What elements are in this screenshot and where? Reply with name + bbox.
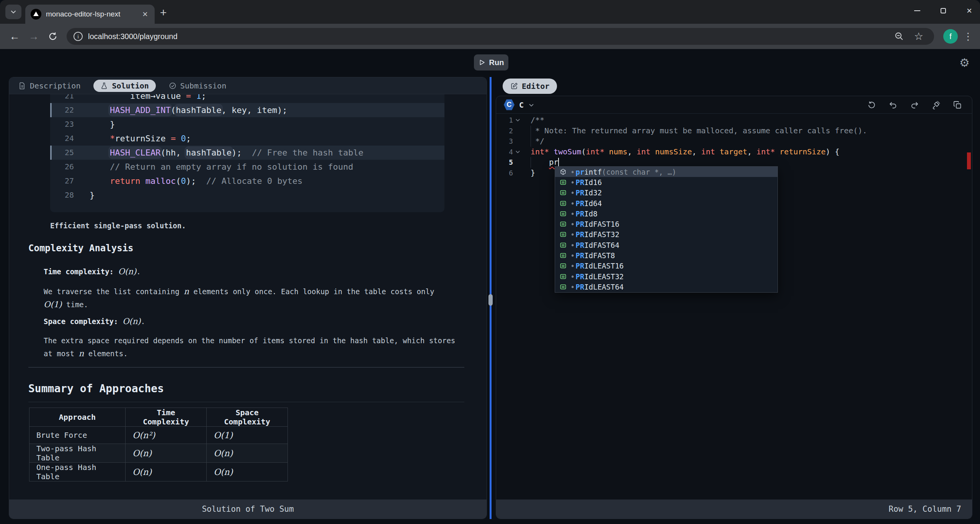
complexity-heading: Complexity Analysis: [28, 243, 134, 254]
suggest-item[interactable]: •PRId64: [555, 198, 777, 208]
tab-search-button[interactable]: [5, 5, 21, 19]
reset-icon[interactable]: [867, 100, 876, 110]
tab-solution[interactable]: Solution: [93, 80, 155, 92]
browser-toolbar: ← → i localhost:3000/playground ☆ f ⋮: [0, 24, 980, 49]
fold-gutter: [513, 136, 522, 147]
tab-label: Solution: [112, 81, 149, 90]
c-language-icon: C: [504, 99, 514, 111]
suggest-item[interactable]: •PRIdFAST8: [555, 250, 777, 260]
line-number: 22: [50, 103, 74, 117]
suggest-item[interactable]: •PRIdFAST16: [555, 219, 777, 229]
table-header: Space Complexity: [207, 408, 288, 427]
url-text[interactable]: localhost:3000/playground: [88, 32, 178, 41]
suggest-item[interactable]: •PRIdFAST64: [555, 240, 777, 250]
space-complexity-paragraph: The extra space required depends on the …: [44, 334, 456, 360]
line-number: 3: [496, 136, 513, 147]
play-icon: [479, 59, 485, 66]
line-number: 24: [50, 131, 74, 146]
profile-avatar[interactable]: f: [943, 29, 958, 44]
tab-description[interactable]: Description: [18, 81, 80, 90]
autocomplete-popup: •printf(const char *, …)•PRId16•PRId32•P…: [555, 166, 778, 293]
browser-tabstrip: monaco-editor-lsp-next × + ×: [0, 0, 980, 24]
panel-resize-grip[interactable]: [488, 294, 493, 306]
suggest-item[interactable]: •PRId32: [555, 188, 777, 198]
fold-chevron-icon[interactable]: [513, 115, 522, 126]
code-line: 28}: [50, 188, 444, 202]
table-cell: O(n): [126, 463, 207, 481]
chevron-down-icon[interactable]: [528, 102, 534, 108]
editor-line[interactable]: 4int* twoSum(int* nums, int numsSize, in…: [496, 147, 972, 157]
site-favicon-icon: [31, 9, 41, 20]
table-header: Time Complexity: [126, 408, 207, 427]
suggest-item[interactable]: •PRIdFAST32: [555, 229, 777, 240]
fold-gutter: [513, 168, 522, 178]
format-brush-icon[interactable]: [931, 100, 941, 110]
symbol-text-icon: [559, 210, 567, 218]
tab-close-icon[interactable]: ×: [141, 10, 149, 19]
run-button[interactable]: Run: [474, 54, 508, 70]
suggest-item[interactable]: •PRIdLEAST32: [555, 271, 777, 282]
time-complexity-paragraph: We traverse the list containing n elemen…: [44, 285, 456, 311]
line-number: 27: [50, 174, 74, 188]
site-info-icon[interactable]: i: [74, 32, 83, 41]
line-number: 21: [50, 94, 74, 103]
reload-button[interactable]: [44, 28, 61, 45]
code-line: 24 *returnSize = 0;: [50, 131, 444, 146]
back-button[interactable]: ←: [6, 28, 23, 45]
editor-line[interactable]: 3 */: [496, 136, 972, 147]
minimize-button[interactable]: [913, 7, 921, 15]
browser-menu-icon[interactable]: ⋮: [962, 31, 974, 43]
tab-label: Description: [30, 81, 80, 90]
fold-guide: [531, 126, 531, 147]
browser-window: monaco-editor-lsp-next × + × ← → i local…: [0, 0, 980, 524]
address-bar[interactable]: i localhost:3000/playground ☆: [67, 28, 934, 45]
symbol-text-icon: [559, 251, 567, 260]
suggest-item[interactable]: •PRIdLEAST16: [555, 261, 777, 271]
editor-area: Editor C C: [496, 77, 972, 519]
fold-chevron-icon[interactable]: [513, 147, 522, 157]
reload-icon: [48, 31, 58, 41]
zoom-icon[interactable]: [894, 31, 904, 41]
symbol-text-icon: [559, 178, 567, 187]
tab-submission[interactable]: Submission: [169, 81, 226, 90]
suggest-item[interactable]: •PRIdLEAST64: [555, 282, 777, 292]
window-controls: ×: [913, 7, 973, 15]
maximize-button[interactable]: [939, 7, 947, 15]
run-label: Run: [489, 58, 504, 67]
line-number: 6: [496, 168, 513, 178]
table-cell: Two-pass Hash Table: [29, 444, 126, 463]
table-row: Two-pass Hash TableO(n)O(n): [29, 444, 288, 463]
line-number: 2: [496, 126, 513, 136]
copy-icon[interactable]: [953, 100, 962, 110]
suggest-item[interactable]: •printf(const char *, …): [555, 167, 777, 177]
symbol-text-icon: [559, 188, 567, 197]
symbol-text-icon: [559, 230, 567, 239]
space-complexity-line: Space complexity: O(n).: [44, 315, 456, 328]
close-button[interactable]: ×: [965, 7, 973, 15]
table-cell: O(n²): [126, 427, 207, 444]
forward-button[interactable]: →: [25, 28, 42, 45]
language-selector[interactable]: C: [519, 100, 524, 110]
table-row: Brute ForceO(n²)O(1): [29, 427, 288, 444]
undo-icon[interactable]: [889, 100, 898, 110]
browser-tab[interactable]: monaco-editor-lsp-next ×: [25, 5, 155, 24]
editor-card: C C: [496, 96, 972, 519]
check-circle-icon: [169, 82, 176, 90]
editor-line[interactable]: 2 * Note: The returned array must be mal…: [496, 126, 972, 136]
table-cell: One-pass Hash Table: [29, 463, 126, 481]
line-number: 5: [496, 157, 513, 168]
editor-line[interactable]: 1/**: [496, 115, 972, 126]
new-tab-button[interactable]: +: [160, 7, 167, 18]
settings-gear-icon[interactable]: ⚙: [959, 56, 970, 69]
solution-code-block: 21 item→value = 1;22 HASH_ADD_INT(hashTa…: [50, 94, 444, 212]
playground-app: Run ⚙ Description Solution: [0, 49, 980, 524]
editor-toolbar: C C: [496, 96, 972, 114]
problem-footer: Solution of Two Sum: [9, 499, 487, 519]
suggest-item[interactable]: •PRId8: [555, 208, 777, 219]
table-row: One-pass Hash TableO(n)O(n): [29, 463, 288, 481]
redo-icon[interactable]: [910, 100, 919, 110]
bookmark-star-icon[interactable]: ☆: [914, 30, 923, 43]
suggest-item[interactable]: •PRId16: [555, 177, 777, 187]
line-number: 4: [496, 147, 513, 157]
line-number: 1: [496, 115, 513, 126]
